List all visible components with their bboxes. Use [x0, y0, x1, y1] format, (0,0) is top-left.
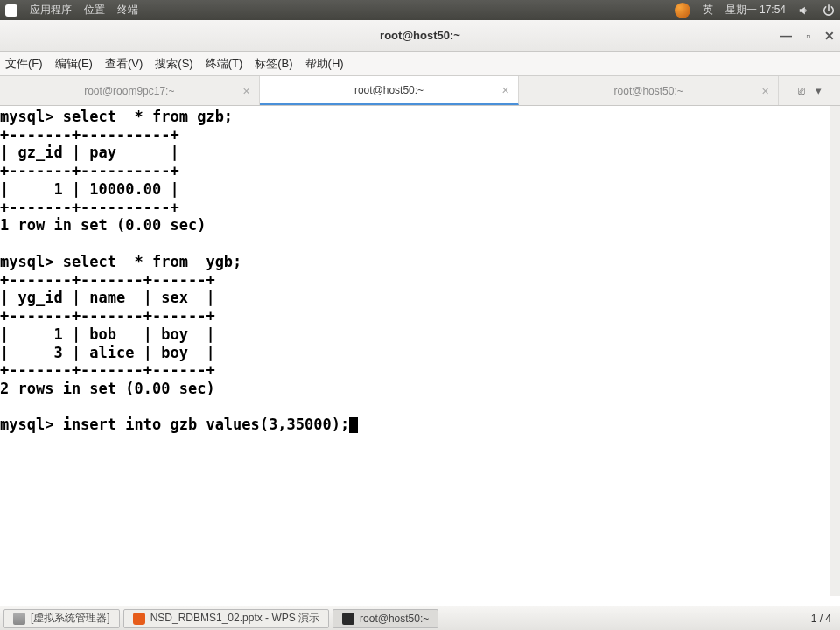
- menu-bar: 文件(F) 编辑(E) 查看(V) 搜索(S) 终端(T) 标签(B) 帮助(H…: [0, 52, 840, 76]
- tab-menu-icon[interactable]: ▾: [816, 84, 822, 97]
- window-title-bar: root@host50:~ — ▫ ✕: [0, 20, 840, 52]
- terminal-tab[interactable]: root@host50:~ ✕: [519, 76, 779, 105]
- task-label: [虚拟系统管理器]: [31, 611, 110, 626]
- menu-file[interactable]: 文件(F): [5, 56, 43, 72]
- vm-icon: [13, 612, 25, 625]
- task-wps[interactable]: NSD_RDBMS1_02.pptx - WPS 演示: [123, 609, 329, 628]
- task-vm-manager[interactable]: [虚拟系统管理器]: [4, 609, 120, 628]
- menu-search[interactable]: 搜索(S): [155, 56, 192, 72]
- tab-label: root@host50:~: [614, 85, 683, 97]
- volume-icon[interactable]: [798, 4, 810, 17]
- power-icon[interactable]: [822, 4, 835, 17]
- apps-menu[interactable]: 应用程序: [30, 3, 72, 18]
- maximize-button[interactable]: ▫: [806, 29, 810, 43]
- menu-view[interactable]: 查看(V): [105, 56, 143, 72]
- close-button[interactable]: ✕: [824, 29, 835, 43]
- tab-label: root@host50:~: [354, 84, 424, 96]
- notification-icon[interactable]: [675, 3, 690, 18]
- tab-tools: ⎚ ▾: [779, 76, 840, 105]
- task-label: root@host50:~: [360, 612, 429, 625]
- tab-label: root@room9pc17:~: [84, 85, 174, 97]
- terminal-tab[interactable]: root@host50:~ ✕: [260, 76, 520, 105]
- desktop-bottom-panel: [虚拟系统管理器] NSD_RDBMS1_02.pptx - WPS 演示 ro…: [0, 606, 840, 630]
- places-menu[interactable]: 位置: [84, 3, 105, 18]
- menu-help[interactable]: 帮助(H): [305, 56, 344, 72]
- menu-tabs[interactable]: 标签(B): [255, 56, 292, 72]
- clock[interactable]: 星期一 17:54: [725, 3, 786, 18]
- terminal-cursor: [349, 417, 358, 433]
- tab-close-icon[interactable]: ✕: [501, 84, 509, 95]
- tab-close-icon[interactable]: ✕: [761, 85, 769, 96]
- task-terminal[interactable]: root@host50:~: [332, 609, 438, 628]
- wps-icon: [133, 612, 145, 625]
- minimize-button[interactable]: —: [780, 29, 792, 43]
- terminal-tab[interactable]: root@room9pc17:~ ✕: [0, 76, 260, 105]
- desktop-top-panel: 应用程序 位置 终端 英 星期一 17:54: [0, 0, 840, 20]
- system-logo-icon: [5, 4, 18, 17]
- menu-terminal[interactable]: 终端(T): [206, 56, 243, 72]
- task-label: NSD_RDBMS1_02.pptx - WPS 演示: [150, 611, 319, 626]
- tab-bar: root@room9pc17:~ ✕ root@host50:~ ✕ root@…: [0, 76, 840, 106]
- new-tab-icon[interactable]: ⎚: [798, 84, 805, 97]
- terminal-menu[interactable]: 终端: [117, 3, 138, 18]
- terminal-output[interactable]: mysql> select * from gzb; +-------+-----…: [0, 106, 840, 596]
- menu-edit[interactable]: 编辑(E): [55, 56, 93, 72]
- ime-indicator[interactable]: 英: [703, 3, 713, 18]
- terminal-icon: [342, 612, 354, 625]
- tab-close-icon[interactable]: ✕: [242, 85, 250, 96]
- workspace-indicator[interactable]: 1 / 4: [811, 612, 831, 625]
- window-title: root@host50:~: [380, 29, 460, 42]
